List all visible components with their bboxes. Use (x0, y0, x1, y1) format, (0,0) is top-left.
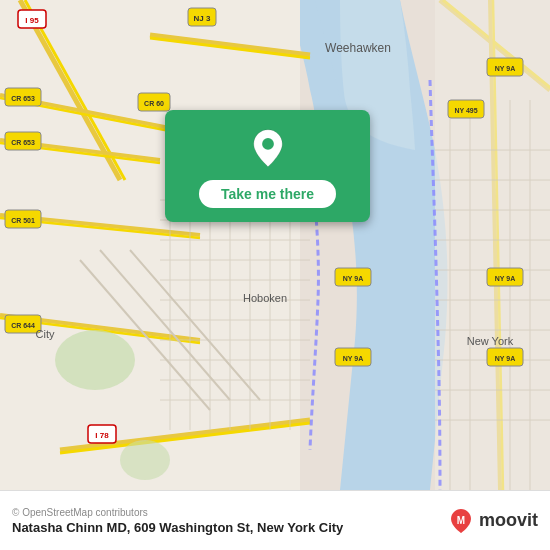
svg-text:NY 9A: NY 9A (343, 355, 364, 362)
location-address: Natasha Chinn MD, 609 Washington St, New… (12, 520, 343, 535)
svg-text:NY 495: NY 495 (454, 107, 477, 114)
svg-text:CR 653: CR 653 (11, 95, 35, 102)
svg-text:NJ 3: NJ 3 (194, 14, 211, 23)
location-card: Take me there (165, 110, 370, 222)
footer-info: © OpenStreetMap contributors Natasha Chi… (12, 507, 343, 535)
svg-point-57 (120, 440, 170, 480)
svg-rect-1 (0, 0, 300, 490)
svg-text:NY 9A: NY 9A (495, 355, 516, 362)
svg-text:Weehawken: Weehawken (325, 41, 391, 55)
take-me-there-button[interactable]: Take me there (199, 180, 336, 208)
svg-text:CR 60: CR 60 (144, 100, 164, 107)
svg-text:I 95: I 95 (25, 16, 39, 25)
osm-credit: © OpenStreetMap contributors (12, 507, 343, 518)
svg-point-56 (55, 330, 135, 390)
map-container: I 95 NJ 3 CR 653 CR 653 CR 60 CR 501 CR … (0, 0, 550, 490)
svg-text:CR 501: CR 501 (11, 217, 35, 224)
svg-text:I 78: I 78 (95, 431, 109, 440)
moovit-brand-text: moovit (479, 510, 538, 531)
moovit-logo: M moovit (447, 507, 538, 535)
svg-text:City: City (36, 328, 55, 340)
svg-text:CR 653: CR 653 (11, 139, 35, 146)
svg-text:NY 9A: NY 9A (343, 275, 364, 282)
svg-point-90 (262, 138, 274, 150)
map-svg: I 95 NJ 3 CR 653 CR 653 CR 60 CR 501 CR … (0, 0, 550, 490)
svg-text:Hoboken: Hoboken (243, 292, 287, 304)
svg-text:M: M (457, 515, 465, 526)
svg-text:CR 644: CR 644 (11, 322, 35, 329)
svg-text:NY 9A: NY 9A (495, 275, 516, 282)
location-pin-icon (247, 128, 289, 170)
svg-text:New York: New York (467, 335, 514, 347)
svg-text:NY 9A: NY 9A (495, 65, 516, 72)
moovit-icon: M (447, 507, 475, 535)
footer-bar: © OpenStreetMap contributors Natasha Chi… (0, 490, 550, 550)
